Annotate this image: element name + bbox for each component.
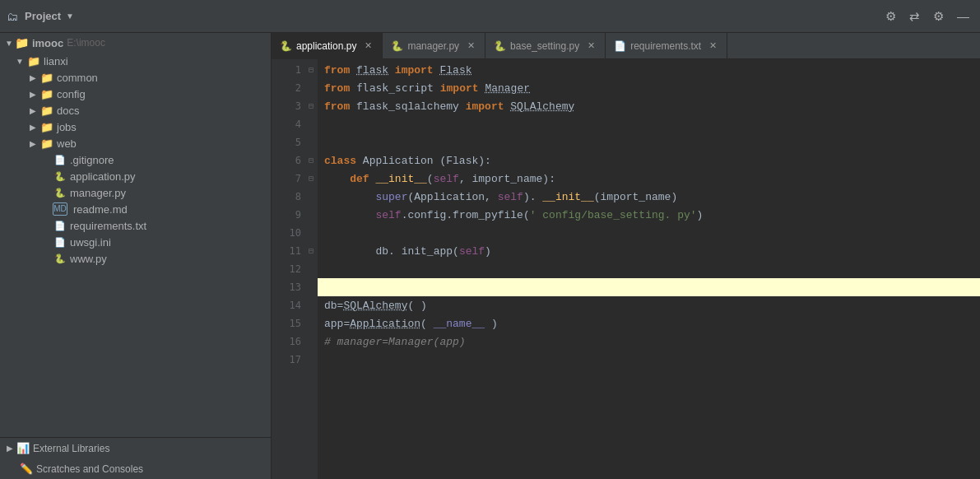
sidebar-tree: ▼ 📁 imooc E:\imooc ▼ 📁 lianxi ▶ 📁 common… <box>0 33 271 437</box>
code-content[interactable]: from flask import Flask from flask_scrip… <box>318 59 980 479</box>
gutter-2: 2 <box>272 79 318 97</box>
sidebar-root-item[interactable]: ▼ 📁 imooc E:\imooc <box>0 33 271 53</box>
class-application-call: Application <box>350 318 420 330</box>
fold-btn-6[interactable]: ⊟ <box>304 156 318 165</box>
project-icon: 🗂 <box>7 10 18 23</box>
sidebar-item-docs[interactable]: ▶ 📁 docs <box>0 102 271 119</box>
fold-btn-3[interactable]: ⊟ <box>304 101 318 111</box>
folder-icon-common: 📁 <box>39 71 54 84</box>
line-num-17: 17 <box>285 354 304 365</box>
line-num-6: 6 <box>285 155 304 166</box>
folder-icon-jobs: 📁 <box>39 120 54 133</box>
icon-settings2[interactable]: ⚙ <box>929 7 948 26</box>
code-line-17 <box>318 351 980 369</box>
icon-settings1[interactable]: ⚙ <box>881 7 900 26</box>
sidebar-item-requirements-txt[interactable]: 📄 requirements.txt <box>0 217 271 234</box>
sidebar-item-gitignore[interactable]: 📄 .gitignore <box>0 151 271 168</box>
folder-icon-docs: 📁 <box>39 104 54 117</box>
kw-def: def <box>350 173 369 185</box>
tab-application-py[interactable]: 🐍 application.py ✕ <box>272 33 383 59</box>
sidebar-item-config[interactable]: ▶ 📁 config <box>0 86 271 102</box>
var-db-2: db <box>324 300 337 312</box>
kw-import-2: import <box>440 82 479 95</box>
py-file-icon-www: 🐍 <box>53 252 67 265</box>
code-line-14: db=SQLAlchemy( ) <box>318 296 980 314</box>
code-line-10 <box>318 224 980 242</box>
label-www-py: www.py <box>70 253 107 265</box>
line-num-2: 2 <box>285 82 304 94</box>
tab-close-requirements-txt[interactable]: ✕ <box>708 40 718 51</box>
sidebar-item-uwsgi-ini[interactable]: 📄 uwsgi.ini <box>0 234 271 250</box>
txt-file-icon: 📄 <box>53 219 67 232</box>
line-num-9: 9 <box>285 209 304 221</box>
project-dropdown-icon[interactable]: ▼ <box>66 12 74 21</box>
sidebar-item-external-libraries[interactable]: ▶ 📊 External Libraries <box>0 438 271 458</box>
code-line-9: self.config.from_pyfile(' config/base_se… <box>318 206 980 224</box>
scratches-icon: ✏️ <box>20 463 33 475</box>
tab-close-application-py[interactable]: ✕ <box>363 40 374 51</box>
gutter-12: 12 <box>272 260 318 278</box>
gutter-5: 5 <box>272 133 318 151</box>
sidebar-item-www-py[interactable]: 🐍 www.py <box>0 250 271 267</box>
line-gutter: 1 ⊟ 2 3 ⊟ 4 5 <box>272 59 318 479</box>
project-label[interactable]: Project <box>25 10 61 22</box>
module-flask: flask <box>356 64 388 77</box>
self-1: self <box>434 173 459 185</box>
sidebar-item-application-py[interactable]: 🐍 application.py <box>0 168 271 184</box>
tab-label-requirements-txt: requirements.txt <box>630 40 701 52</box>
attr-config: config <box>407 209 446 221</box>
name-manager: Manager <box>485 82 530 95</box>
label-docs: docs <box>57 105 79 117</box>
arrow-jobs: ▶ <box>26 123 39 132</box>
fold-btn-1[interactable]: ⊟ <box>304 65 318 75</box>
icon-sync[interactable]: ⇄ <box>905 7 924 26</box>
root-label: imooc <box>32 37 63 49</box>
name-sqlalchemy: SQLAlchemy <box>510 100 574 113</box>
class-sqlalchemy: SQLAlchemy <box>343 300 407 312</box>
str-config-path: ' config/base_setting. py' <box>530 209 697 221</box>
gutter-4: 4 <box>272 115 318 133</box>
py-file-icon-application: 🐍 <box>53 170 67 183</box>
icon-minimize[interactable]: — <box>953 7 973 25</box>
line-num-10: 10 <box>285 227 304 239</box>
label-manager-py: manager.py <box>70 187 126 199</box>
code-editor[interactable]: 1 ⊟ 2 3 ⊟ 4 5 <box>272 59 980 479</box>
gutter-8: 8 <box>272 188 318 206</box>
sidebar-item-lianxi[interactable]: ▼ 📁 lianxi <box>0 53 271 69</box>
sidebar-item-scratches[interactable]: ✏️ Scratches and Consoles <box>0 458 271 479</box>
sidebar-item-jobs[interactable]: ▶ 📁 jobs <box>0 119 271 135</box>
tab-requirements-txt[interactable]: 📄 requirements.txt ✕ <box>606 33 727 59</box>
code-line-7: def __init__(self, import_name): <box>318 170 980 188</box>
class-ref-application: Application <box>414 191 485 203</box>
arrow-common: ▶ <box>26 73 39 82</box>
arrow-docs: ▶ <box>26 106 39 115</box>
fold-btn-7[interactable]: ⊟ <box>304 174 318 184</box>
sidebar-item-readme-md[interactable]: MD readme.md <box>0 201 271 217</box>
line-num-3: 3 <box>285 100 304 112</box>
line-num-15: 15 <box>285 318 304 329</box>
var-app: app <box>324 318 343 330</box>
tab-close-manager-py[interactable]: ✕ <box>466 40 476 51</box>
editor-area: 🐍 application.py ✕ 🐍 manager.py ✕ 🐍 base… <box>272 33 980 479</box>
sidebar-item-web[interactable]: ▶ 📁 web <box>0 135 271 151</box>
func-init: __init__ <box>375 173 426 185</box>
gutter-16: 16 <box>272 333 318 351</box>
tab-close-base-setting-py[interactable]: ✕ <box>586 40 597 51</box>
gutter-1: 1 ⊟ <box>272 61 318 79</box>
sidebar-item-manager-py[interactable]: 🐍 manager.py <box>0 184 271 201</box>
self-2: self <box>498 191 523 203</box>
code-line-16: # manager=Manager(app) <box>318 333 980 351</box>
tab-base-setting-py[interactable]: 🐍 base_setting.py ✕ <box>485 33 606 59</box>
code-line-12 <box>318 260 980 278</box>
line-num-5: 5 <box>285 137 304 148</box>
code-line-1: from flask import Flask <box>318 61 980 79</box>
tab-manager-py[interactable]: 🐍 manager.py ✕ <box>383 33 485 59</box>
builtin-super: super <box>375 191 407 203</box>
label-jobs: jobs <box>57 121 77 133</box>
sidebar-item-common[interactable]: ▶ 📁 common <box>0 69 271 86</box>
fold-btn-11[interactable]: ⊟ <box>304 246 318 256</box>
ext-libs-icon: 📊 <box>16 442 30 454</box>
kw-import-3: import <box>466 100 504 113</box>
tab-label-manager-py: manager.py <box>407 40 459 52</box>
label-web: web <box>57 137 77 150</box>
